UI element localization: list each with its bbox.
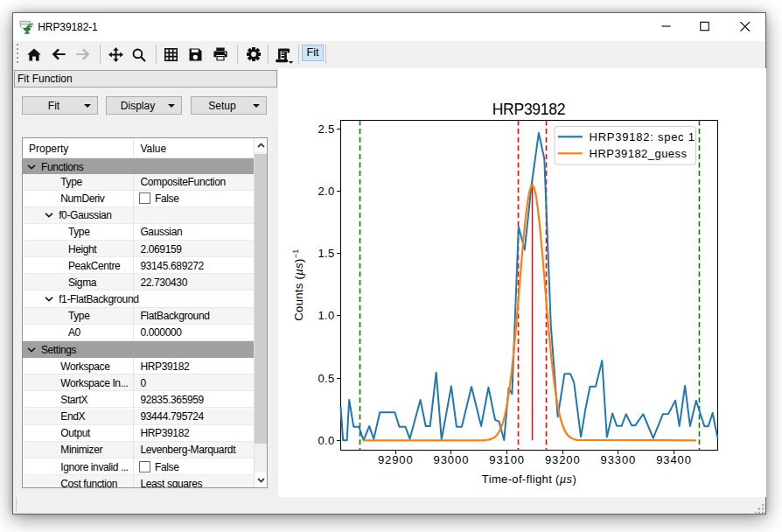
svg-text:0.0: 0.0 — [318, 434, 334, 447]
svg-text:93200: 93200 — [545, 453, 581, 466]
svg-text:1.0: 1.0 — [318, 309, 334, 322]
svg-text:0.5: 0.5 — [318, 372, 334, 385]
svg-text:93000: 93000 — [434, 453, 470, 466]
svg-text:Counts (µs)−1: Counts (µs)−1 — [291, 248, 305, 320]
svg-text:93300: 93300 — [601, 453, 637, 466]
svg-text:HRP39182: spec 1: HRP39182: spec 1 — [590, 130, 695, 144]
svg-text:92900: 92900 — [378, 453, 414, 466]
svg-text:HRP39182: HRP39182 — [492, 101, 566, 118]
svg-text:2.0: 2.0 — [318, 185, 334, 198]
svg-text:Time-of-flight (µs): Time-of-flight (µs) — [482, 472, 576, 486]
svg-text:2.5: 2.5 — [318, 122, 334, 136]
svg-text:93400: 93400 — [656, 453, 692, 466]
svg-text:93100: 93100 — [489, 453, 525, 466]
svg-text:HRP39182_guess: HRP39182_guess — [590, 147, 688, 160]
svg-text:1.5: 1.5 — [318, 247, 334, 260]
